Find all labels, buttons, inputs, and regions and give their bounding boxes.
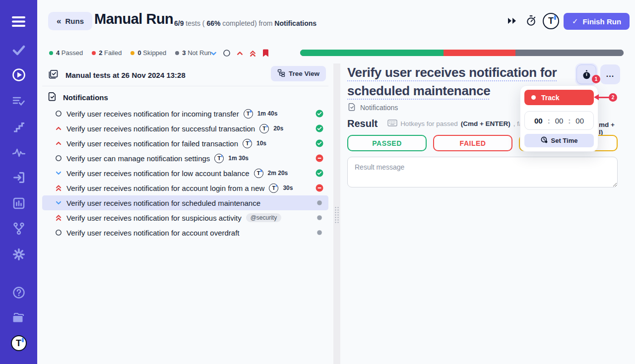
back-to-runs-button[interactable]: « Runs [48, 12, 92, 30]
clock-settings-icon [541, 136, 548, 145]
completed-percent: 66% [206, 19, 220, 27]
run-checklist-icon [48, 69, 59, 81]
status-dot-icon [175, 51, 179, 55]
finish-run-button[interactable]: ✓ Finish Run [564, 13, 630, 30]
suite-group-row[interactable]: Notifications [48, 92, 108, 103]
test-title[interactable]: Verify user receives notification for sc… [66, 199, 260, 207]
test-row[interactable]: Verify user can manage notification sett… [42, 151, 328, 166]
test-tag[interactable]: @security [246, 213, 282, 222]
list-header: Manual tests at 26 Nov 2024 13:28 Tree V… [42, 67, 328, 85]
priority-normal-icon [55, 155, 62, 162]
timer-icon[interactable] [525, 15, 537, 28]
test-title[interactable]: Verify user receives notification for su… [66, 214, 242, 222]
status-count: 2 Failed [92, 49, 122, 57]
test-title[interactable]: Verify user receives notification for ac… [66, 229, 240, 237]
test-duration: 20s [273, 125, 283, 132]
status-count: 0 Skipped [130, 49, 166, 57]
runs-play-icon[interactable] [10, 66, 27, 83]
annotation-badge-2: 2 [609, 93, 617, 102]
fast-forward-icon[interactable] [507, 17, 517, 26]
document-check-icon [348, 103, 356, 113]
test-title[interactable]: Verify user receives notification for su… [66, 124, 255, 133]
tree-view-icon [277, 69, 285, 78]
priority-filter-icons [210, 49, 269, 58]
bookmark-icon[interactable] [262, 49, 269, 58]
status-notrun-icon [316, 199, 323, 207]
tests-check-icon[interactable] [10, 42, 27, 59]
more-options-button[interactable]: ... [600, 64, 620, 84]
progress-segment-passed [300, 50, 444, 56]
settings-gear-icon[interactable] [10, 246, 27, 263]
page-title: Manual Run [94, 11, 173, 27]
test-list-panel: Manual tests at 26 Nov 2024 13:28 Tree V… [42, 63, 328, 351]
progress-segment-failed [444, 50, 515, 56]
tree-view-button[interactable]: Tree View [271, 66, 326, 81]
time-input[interactable]: 00 : 00 : 00 [524, 111, 594, 130]
hotkeys-hint: Hotkeys for passed (Cmd + ENTER) , faile… [387, 120, 533, 128]
pulse-icon[interactable] [10, 144, 27, 161]
import-icon[interactable] [10, 169, 27, 186]
test-title[interactable]: Verify user receives notification for lo… [66, 169, 250, 178]
breadcrumb-suite: Notifications [360, 104, 398, 112]
seconds-value[interactable]: 00 [575, 117, 584, 125]
priority-critical-filter-icon[interactable] [249, 49, 256, 58]
track-button[interactable]: Track [524, 90, 594, 105]
testomat-logo-icon: T [259, 124, 269, 133]
projects-folder-icon[interactable] [10, 309, 27, 326]
testomat-logo-icon[interactable]: T [10, 335, 27, 352]
progress-bar [300, 50, 624, 56]
testomat-logo-icon: T [244, 109, 253, 119]
main-area: « Runs Manual Run 6/9 tests ( 66% comple… [37, 0, 635, 364]
testomat-logo-icon: T [254, 169, 263, 178]
test-row[interactable]: Verify user receives notification for ac… [42, 181, 328, 195]
status-passed-icon [316, 169, 323, 177]
status-notrun-icon [316, 229, 323, 237]
test-duration: 1m 40s [257, 110, 278, 117]
test-duration: 2m 20s [268, 170, 288, 177]
failed-button[interactable]: FAILED [433, 135, 512, 151]
annotation-arrow-head-icon [594, 94, 599, 100]
test-rows: Verify user receives notification for in… [42, 106, 328, 240]
expand-chevron-down-icon[interactable] [210, 50, 217, 57]
test-row[interactable]: Verify user receives notification for su… [42, 210, 328, 225]
test-row[interactable]: Verify user receives notification for in… [42, 106, 328, 121]
status-dot-icon [92, 51, 96, 55]
panel-splitter[interactable] [333, 63, 340, 364]
steps-icon[interactable] [10, 119, 27, 135]
test-title[interactable]: Verify user receives notification for ac… [66, 184, 264, 192]
test-row[interactable]: Verify user receives notification for lo… [42, 166, 328, 181]
help-icon[interactable] [10, 284, 27, 301]
priority-low-icon [55, 170, 62, 177]
checklist-icon[interactable] [10, 93, 27, 110]
testomat-logo-icon[interactable]: T [543, 13, 559, 29]
priority-high-filter-icon[interactable] [236, 50, 244, 57]
test-row[interactable]: Verify user receives notification for sc… [42, 195, 328, 210]
annotation-arrow [598, 97, 609, 98]
test-title[interactable]: Verify user receives notification for in… [66, 110, 239, 118]
test-row[interactable]: Verify user receives notification for ac… [42, 225, 328, 240]
test-title[interactable]: Verify user can manage notification sett… [66, 154, 210, 163]
test-row[interactable]: Verify user receives notification for su… [42, 121, 328, 136]
test-title[interactable]: Verify user receives notification for fa… [66, 139, 238, 148]
menu-icon[interactable] [10, 13, 27, 30]
hours-value[interactable]: 00 [534, 117, 543, 125]
breadcrumb[interactable]: Notifications [348, 103, 398, 113]
branch-icon[interactable] [10, 220, 27, 237]
progress-segment-notrun [515, 50, 624, 56]
passed-button[interactable]: PASSED [347, 135, 427, 151]
priority-high-icon [55, 140, 62, 147]
test-duration: 30s [283, 184, 293, 191]
status-failed-icon [316, 154, 323, 162]
set-time-button[interactable]: Set Time [524, 134, 594, 147]
result-label: Result [347, 118, 378, 129]
splitter-grip-icon [334, 206, 339, 223]
annotation-badge-1: 1 [592, 75, 600, 83]
analytics-icon[interactable] [10, 195, 27, 212]
minutes-value[interactable]: 00 [555, 117, 564, 125]
priority-normal-filter-icon[interactable] [223, 49, 231, 57]
test-row[interactable]: Verify user receives notification for fa… [42, 136, 328, 151]
result-message-input[interactable] [347, 157, 618, 187]
page-subtitle: 6/9 tests ( 66% completed) from Notifica… [174, 19, 317, 27]
status-counts: 4 Passed2 Failed0 Skipped3 Not Run [49, 49, 211, 57]
keyboard-icon [387, 120, 397, 128]
